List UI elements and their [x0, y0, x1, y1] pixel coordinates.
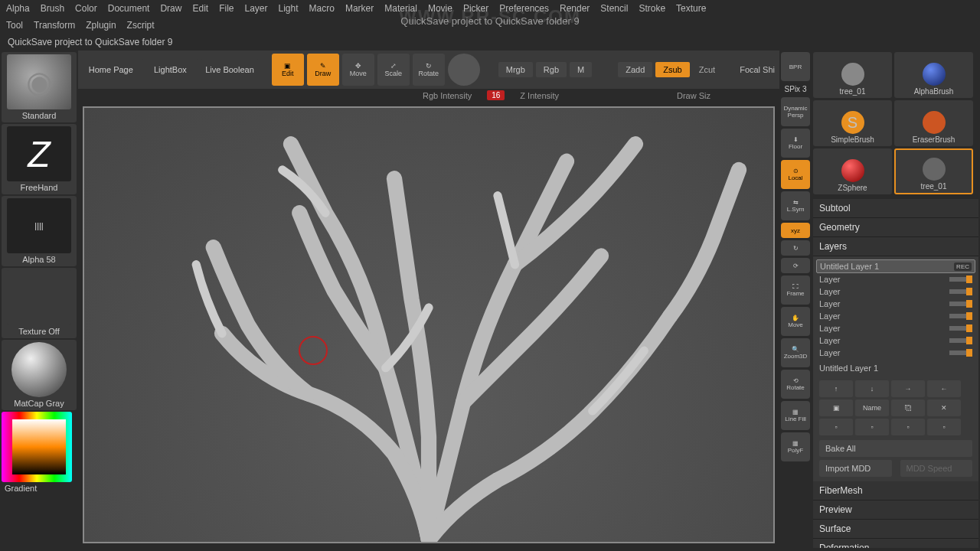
layer-item[interactable]: Layer: [816, 347, 975, 359]
layer-nav-back[interactable]: ←: [927, 380, 961, 397]
layer-del[interactable]: ✕: [927, 399, 961, 416]
mrgb-button[interactable]: Mrgb: [498, 62, 533, 77]
layer-name-button[interactable]: Name: [855, 399, 889, 416]
zoom3d-button[interactable]: 🔍Zoom3D: [781, 338, 810, 367]
z-intensity-label[interactable]: Z Intensity: [520, 91, 559, 100]
menu-marker[interactable]: Marker: [345, 3, 374, 14]
menu-brush[interactable]: Brush: [41, 3, 64, 14]
swatch-zsphere[interactable]: ZSphere: [813, 148, 892, 194]
dynamic-button[interactable]: DynamicPersp: [781, 97, 810, 126]
menu-alpha[interactable]: Alpha: [6, 3, 30, 14]
rgb-intensity-label[interactable]: Rgb Intensity: [423, 91, 472, 100]
gradient-label[interactable]: Gradient: [2, 484, 77, 493]
zcut-button[interactable]: Zcut: [693, 62, 721, 77]
preview-panel[interactable]: Preview: [813, 500, 978, 520]
rgb-button[interactable]: Rgb: [536, 62, 567, 77]
home-page-button[interactable]: Home Page: [83, 59, 139, 80]
subtool-panel[interactable]: Subtool: [813, 199, 978, 218]
zsub-button[interactable]: Zsub: [655, 62, 689, 77]
brush-selector[interactable]: ◉ Standard: [2, 52, 77, 122]
layer-selected[interactable]: Untitled Layer 1 REC: [816, 259, 975, 273]
viewport[interactable]: [83, 106, 775, 543]
move-icon: ✥: [355, 62, 361, 70]
texture-selector[interactable]: Texture Off: [2, 268, 77, 338]
refresh-button[interactable]: ⟳: [781, 258, 810, 273]
menu-macro[interactable]: Macro: [309, 3, 335, 14]
move-button[interactable]: ✥Move: [342, 54, 374, 86]
swatch-simplebrush[interactable]: SSimpleBrush: [813, 100, 892, 146]
import-mdd-button[interactable]: Import MDD: [819, 460, 892, 477]
liveboolean-button[interactable]: Live Boolean: [201, 59, 258, 80]
geometry-panel[interactable]: Geometry: [813, 218, 978, 237]
axis-button[interactable]: ↻: [781, 240, 810, 256]
menu-transform[interactable]: Transform: [34, 20, 75, 31]
scale-button[interactable]: ⤢Scale: [377, 54, 410, 86]
floor-button[interactable]: ⬇Floor: [781, 129, 810, 158]
menu-edit[interactable]: Edit: [192, 3, 208, 14]
move-viewport-button[interactable]: ✋Move: [781, 307, 810, 336]
draw-size-label[interactable]: Draw Siz: [677, 91, 710, 100]
brush-cursor: [299, 336, 328, 365]
rotate-viewport-button[interactable]: ⟲Rotate: [781, 370, 810, 399]
frame-button[interactable]: ⛶Frame: [781, 276, 810, 305]
swatch-alphabrush[interactable]: AlphaBrush: [894, 52, 973, 98]
bpr-button[interactable]: BPR: [781, 52, 810, 81]
menu-zplugin[interactable]: Zplugin: [86, 20, 116, 31]
alpha-selector[interactable]: |||| Alpha 58: [2, 196, 77, 266]
menu-stroke[interactable]: Stroke: [639, 3, 665, 14]
layer-item[interactable]: Layer: [816, 298, 975, 310]
deformation-panel[interactable]: Deformation: [813, 539, 978, 548]
color-picker[interactable]: [2, 412, 72, 482]
layer-nav-fwd[interactable]: →: [891, 380, 925, 397]
menu-document[interactable]: Document: [108, 3, 150, 14]
lsym-button[interactable]: ⇆L.Sym: [781, 191, 810, 220]
zadd-button[interactable]: Zadd: [618, 62, 652, 77]
menu-zscript[interactable]: Zscript: [127, 20, 155, 31]
layer-nav-up[interactable]: ↑: [819, 380, 853, 397]
freehand-icon: Z: [28, 133, 50, 175]
menu-draw[interactable]: Draw: [160, 3, 181, 14]
menu-file[interactable]: File: [219, 3, 234, 14]
layer-item[interactable]: Layer: [816, 285, 975, 298]
swatch-eraserbrush[interactable]: EraserBrush: [894, 100, 973, 146]
layer-opt4[interactable]: ▫: [927, 419, 961, 435]
layer-item[interactable]: Layer: [816, 322, 975, 334]
bake-all-button[interactable]: Bake All: [819, 440, 972, 457]
xyz-button[interactable]: xyz: [781, 223, 810, 238]
polyf-button[interactable]: ▦PolyF: [781, 432, 810, 461]
layer-opt3[interactable]: ▫: [891, 419, 925, 435]
layer-item[interactable]: Layer: [816, 273, 975, 285]
layers-panel-header[interactable]: Layers: [813, 237, 978, 256]
menu-stencil[interactable]: Stencil: [600, 3, 628, 14]
swatch-tree01-selected[interactable]: tree_01: [894, 148, 973, 194]
layer-opt1[interactable]: ▫: [819, 419, 853, 435]
refresh-icon: ⟳: [793, 262, 799, 269]
linefill-button[interactable]: ▦Line Fill: [781, 401, 810, 430]
layer-dup[interactable]: ⿻: [891, 399, 925, 416]
stroke-selector[interactable]: Z FreeHand: [2, 124, 77, 194]
menu-light[interactable]: Light: [279, 3, 299, 14]
local-button[interactable]: ⊙Local: [781, 160, 810, 189]
m-button[interactable]: M: [570, 62, 592, 77]
layer-item[interactable]: Layer: [816, 334, 975, 347]
material-selector[interactable]: MatCap Gray: [2, 340, 77, 410]
focal-label[interactable]: Focal Shi: [740, 65, 775, 74]
draw-button[interactable]: ✎Draw: [307, 54, 339, 86]
lightbox-button[interactable]: LightBox: [142, 59, 199, 80]
menu-tool[interactable]: Tool: [6, 20, 23, 31]
menu-layer[interactable]: Layer: [245, 3, 268, 14]
layer-opt2[interactable]: ▫: [855, 419, 889, 435]
spix-label[interactable]: SPix 3: [781, 83, 810, 95]
gizmo-button[interactable]: [448, 54, 480, 86]
layer-item[interactable]: Layer: [816, 310, 975, 322]
layer-nav-down[interactable]: ↓: [855, 380, 889, 397]
swatch-tree01[interactable]: tree_01: [813, 52, 892, 98]
fibermesh-panel[interactable]: FiberMesh: [813, 481, 978, 500]
layer-new[interactable]: ▣: [819, 399, 853, 416]
surface-panel[interactable]: Surface: [813, 520, 978, 539]
menu-texture[interactable]: Texture: [676, 3, 706, 14]
rotate-button[interactable]: ↻Rotate: [413, 54, 445, 86]
edit-button[interactable]: ▣Edit: [272, 54, 304, 86]
menu-color[interactable]: Color: [75, 3, 97, 14]
mdd-speed-button[interactable]: MDD Speed: [900, 460, 973, 477]
